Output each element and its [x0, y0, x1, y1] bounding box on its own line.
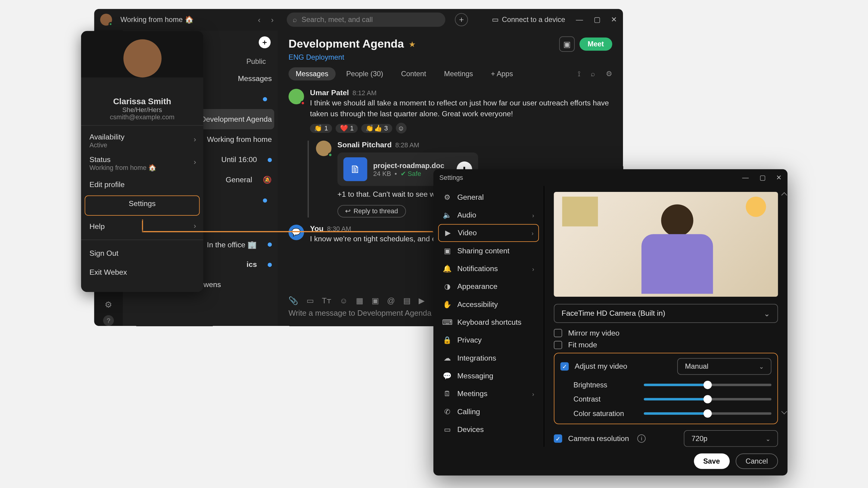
public-link[interactable]: Public	[247, 57, 266, 66]
tab-content[interactable]: Content	[394, 67, 433, 81]
dropdown-value: Manual	[685, 362, 709, 371]
nav-back-icon[interactable]: ‹	[253, 13, 265, 26]
image-icon[interactable]: ▣	[372, 296, 379, 305]
gif-icon[interactable]: ▦	[356, 296, 363, 305]
nav-calling[interactable]: ✆Calling	[438, 403, 539, 421]
attach-icon[interactable]: 📎	[288, 296, 298, 305]
nav-keyboard[interactable]: ⌨Keyboard shortcuts	[438, 313, 539, 331]
nav-privacy[interactable]: 🔒Privacy	[438, 331, 539, 349]
nav-appearance[interactable]: ◑Appearance	[438, 278, 539, 295]
fit-checkbox[interactable]	[554, 341, 562, 349]
nav-forward-icon[interactable]: ›	[267, 13, 278, 26]
nav-devices[interactable]: ▭Devices	[438, 421, 539, 438]
star-icon[interactable]: ★	[409, 40, 416, 49]
maximize-icon[interactable]: ▢	[594, 15, 600, 24]
sign-out-row[interactable]: Sign Out	[81, 244, 203, 263]
reaction-pill[interactable]: 👏👍 3	[361, 124, 392, 133]
space-settings-icon[interactable]: ⚙	[606, 70, 613, 78]
mention-icon[interactable]: @	[387, 296, 395, 305]
adjust-checkbox[interactable]: ✓	[560, 362, 569, 371]
camera-dropdown[interactable]: FaceTime HD Camera (Built in) ⌄	[554, 304, 778, 323]
edit-profile-row[interactable]: Edit profile	[81, 175, 203, 194]
minimize-icon[interactable]: —	[576, 15, 583, 24]
scroll-indicator[interactable]	[781, 193, 786, 414]
chat-subtitle[interactable]: ENG Deployment	[288, 53, 612, 61]
presence-dot-icon	[108, 22, 113, 26]
checkbox-label: Fit mode	[568, 341, 597, 349]
message-time: 8:12 AM	[352, 90, 377, 97]
emoji-icon[interactable]: ☺	[340, 296, 347, 305]
list-item-label: Messages	[238, 74, 272, 83]
reaction-pill[interactable]: ❤️ 1	[336, 124, 358, 133]
adjust-mode-dropdown[interactable]: Manual ⌄	[677, 358, 772, 375]
camres-dropdown[interactable]: 720p ⌄	[684, 430, 778, 447]
tab-messages[interactable]: Messages	[288, 67, 336, 81]
unread-dot-icon	[268, 158, 272, 162]
cancel-button[interactable]: Cancel	[735, 453, 778, 469]
format-icon[interactable]: Tᴛ	[322, 296, 332, 305]
app-icon[interactable]: ▤	[403, 296, 410, 305]
accessibility-icon: ✋	[443, 300, 452, 309]
nav-notifications[interactable]: 🔔Notifications›	[438, 260, 539, 278]
message-avatar[interactable]	[316, 141, 331, 156]
nav-general[interactable]: ⚙General	[438, 188, 539, 206]
message-avatar[interactable]	[288, 89, 304, 104]
nav-video[interactable]: ▶Video›	[438, 224, 539, 242]
contrast-slider[interactable]	[644, 398, 771, 400]
exit-row[interactable]: Exit Webex	[81, 263, 203, 282]
minimize-icon[interactable]: —	[742, 174, 749, 182]
reaction-pill[interactable]: 👏 1	[310, 124, 333, 133]
camres-checkbox[interactable]: ✓	[554, 434, 562, 443]
message-time: 8:30 AM	[327, 225, 351, 232]
tab-apps[interactable]: + Apps	[484, 67, 520, 81]
adjust-video-group: ✓ Adjust my video Manual ⌄ Brightness Co…	[554, 353, 778, 424]
video-icon[interactable]: ▶	[418, 296, 425, 305]
connect-device-button[interactable]: ▭ Connect to a device	[492, 15, 565, 24]
status-row[interactable]: Status Working from home 🏠 ›	[81, 152, 203, 175]
brightness-slider[interactable]	[644, 384, 771, 386]
info-icon[interactable]: i	[638, 434, 646, 443]
search-in-space-icon[interactable]: ⌕	[591, 70, 595, 78]
message-avatar[interactable]: 💬	[288, 224, 304, 240]
unread-dot-icon	[263, 198, 267, 202]
nav-integrations[interactable]: ☁Integrations	[438, 349, 539, 367]
mirror-checkbox[interactable]	[554, 329, 562, 337]
activity-icon[interactable]: ⟟	[578, 70, 580, 78]
profile-avatar[interactable]	[123, 39, 161, 78]
rail-settings-icon[interactable]: ⚙	[101, 297, 116, 312]
saturation-slider[interactable]	[644, 412, 771, 415]
meeting-options-button[interactable]: ▣	[559, 36, 575, 52]
help-row[interactable]: Help›	[81, 217, 203, 236]
screenshot-icon[interactable]: ▭	[307, 296, 314, 305]
tab-meetings[interactable]: Meetings	[437, 67, 480, 81]
message: Umar Patel8:12 AM I think we should all …	[288, 89, 612, 133]
maximize-icon[interactable]: ▢	[760, 174, 766, 182]
slider-label: Contrast	[560, 395, 626, 403]
nav-meetings[interactable]: 🗓Meetings›	[438, 385, 539, 403]
close-icon[interactable]: ✕	[776, 174, 781, 182]
add-button[interactable]: ＋	[455, 13, 468, 27]
tab-people[interactable]: People (30)	[339, 67, 390, 81]
availability-row[interactable]: Availability Active ›	[81, 129, 203, 152]
chevron-right-icon: ›	[194, 222, 196, 230]
reply-thread-button[interactable]: ↩Reply to thread	[338, 204, 406, 217]
settings-row[interactable]: Settings	[85, 195, 200, 216]
meet-button[interactable]: Meet	[579, 38, 612, 51]
file-size: 24 KB	[373, 170, 391, 177]
close-icon[interactable]: ✕	[611, 15, 617, 24]
settings-title: Settings	[439, 174, 463, 181]
nav-messaging[interactable]: 💬Messaging	[438, 367, 539, 385]
search-input[interactable]: ⌕ Search, meet, and call	[287, 13, 445, 27]
add-reaction-button[interactable]: ☺	[396, 123, 407, 133]
nav-sharing[interactable]: ▣Sharing content	[438, 242, 539, 260]
nav-audio[interactable]: 🔈Audio›	[438, 206, 539, 224]
rail-help-icon[interactable]: ?	[103, 315, 114, 326]
nav-accessibility[interactable]: ✋Accessibility	[438, 295, 539, 313]
dropdown-value: 720p	[691, 434, 707, 443]
row-value: Active	[90, 141, 195, 149]
chevron-down-icon: ⌄	[764, 309, 770, 318]
user-avatar[interactable]	[100, 13, 112, 26]
save-button[interactable]: Save	[694, 453, 730, 469]
presence-dnd-icon	[301, 101, 305, 105]
new-space-button[interactable]: ＋	[258, 36, 271, 48]
